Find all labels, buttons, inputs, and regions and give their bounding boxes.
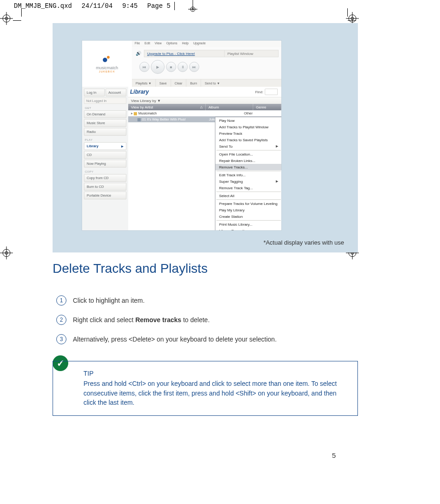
sidebar-portable[interactable]: Portable Device (84, 192, 126, 199)
crop-mark (13, 20, 21, 21)
stop-button[interactable]: ■ (166, 62, 176, 72)
upgrade-banner[interactable]: Upgrade to Plus - Click Here! (144, 50, 233, 57)
context-menu-item[interactable]: Print Music Library... (215, 221, 281, 228)
playlist-toolbar: Playlists ▼ Save Clear Burn Send to ▼ (132, 79, 281, 87)
registration-mark (0, 246, 11, 258)
artist-icon (134, 112, 137, 115)
app-logo: ●● musicmatch JUKEBOX (82, 41, 132, 87)
step-text: Right click and select Remove tracks to … (73, 316, 210, 324)
context-menu-item[interactable]: Repair Broken Links... (215, 157, 281, 164)
context-menu-item[interactable]: Play My Library (215, 207, 281, 213)
expand-icon[interactable]: ▸ (131, 111, 133, 115)
sidebar-cd[interactable]: CD (84, 151, 126, 159)
sidebar-nowplaying[interactable]: Now Playing (84, 160, 126, 168)
step-text: Alternatively, press <Delete> on your ke… (73, 335, 277, 344)
registration-mark (0, 12, 11, 23)
logo-subtext: JUKEBOX (99, 70, 115, 73)
step-2: 2 Right click and select Remove tracks t… (56, 316, 351, 325)
clear-button[interactable]: Clear (171, 79, 187, 87)
step-1: 1 Click to highlight an item. (56, 296, 351, 306)
display-note: *Actual display varies with use (263, 239, 344, 246)
account-button[interactable]: Account (106, 89, 126, 96)
slug-date: 24/11/04 (82, 2, 113, 10)
transport-controls: ⏮ ▶ ■ ⏸ ⏭ (139, 60, 199, 74)
context-menu-item[interactable]: Create Station (215, 213, 281, 220)
table-row[interactable]: ▸Musicmatch Other (128, 110, 281, 116)
sidebar-radio[interactable]: Radio (84, 128, 126, 136)
slug-time: 9:45 (122, 2, 138, 10)
library-main: Library Find: View Library by ▼ View by … (128, 87, 281, 230)
volume-icon[interactable]: 🔊 (136, 51, 141, 56)
print-slug: DM_MMJB_ENG.qxd 24/11/04 9:45 Page 5 (14, 2, 175, 10)
col-album[interactable]: Album (206, 104, 253, 110)
pause-button[interactable]: ⏸ (178, 62, 188, 72)
column-headers: View by Artist△ Album Genre (128, 104, 281, 110)
library-tab[interactable]: Library (130, 87, 149, 97)
playlist-window-label: Playlist Window (224, 50, 279, 57)
context-menu-item[interactable]: Library Properties... (215, 228, 281, 230)
context-menu-item[interactable]: Select All (215, 192, 281, 199)
step-number: 3 (56, 334, 66, 344)
tip-box: TIP Press and hold <Ctrl> on your keyboa… (53, 361, 358, 416)
context-menu-item[interactable]: Add Tracks to Saved Playlists (215, 137, 281, 143)
crop-mark (348, 20, 356, 21)
context-menu-item[interactable]: Super Tagging▶ (215, 178, 281, 185)
crop-mark (21, 8, 22, 17)
step-3: 3 Alternatively, press <Delete> on your … (56, 335, 351, 344)
sidebar-musicstore[interactable]: Music Store (84, 119, 126, 127)
burn-button[interactable]: Burn (186, 79, 201, 87)
chevron-right-icon: ▶ (276, 144, 278, 148)
logo-text: musicmatch (96, 66, 118, 70)
context-menu: Play NowAdd Tracks to Playlist WindowPre… (215, 117, 281, 230)
context-menu-item[interactable]: Remove Tracks... (215, 164, 281, 170)
top-crop-mark (188, 0, 197, 14)
sidebar-copyfromcd[interactable]: Copy from CD (84, 174, 126, 182)
slug-file: DM_MMJB_ENG.qxd (14, 2, 72, 10)
context-menu-item[interactable]: Send To▶ (215, 143, 281, 150)
find-input[interactable] (265, 89, 278, 95)
track-icon (137, 118, 141, 121)
col-artist[interactable]: View by Artist△ (128, 104, 206, 110)
sendto-dropdown[interactable]: Send to ▼ (201, 79, 224, 87)
player-area: 🔊 Upgrade to Plus - Click Here! Playlist… (132, 47, 281, 87)
sidebar-ondemand[interactable]: On Demand (84, 110, 126, 118)
next-button[interactable]: ⏭ (189, 62, 199, 72)
tip-body: Press and hold <Ctrl> on your keyboard a… (83, 380, 337, 406)
page-heading: Delete Tracks and Playlists (53, 261, 208, 276)
step-number: 1 (56, 295, 66, 306)
tip-title: TIP (83, 369, 349, 378)
sidebar-library[interactable]: Library▶ (84, 142, 126, 150)
chevron-right-icon: ▶ (276, 180, 278, 183)
context-menu-item[interactable]: Play Now (215, 117, 281, 124)
section-play: PLAY (85, 138, 126, 141)
play-button[interactable]: ▶ (151, 60, 165, 74)
col-genre[interactable]: Genre (253, 104, 281, 110)
context-menu-item[interactable]: Prepare Tracks for Volume Leveling (215, 200, 281, 207)
steps-list: 1 Click to highlight an item. 2 Right cl… (56, 286, 351, 344)
app-screenshot: ●● musicmatch JUKEBOX File Edit View Opt… (82, 41, 281, 230)
find-area: Find: (255, 89, 278, 95)
context-menu-item[interactable]: Add Tracks to Playlist Window (215, 124, 281, 130)
context-menu-item[interactable]: Edit Track Info... (215, 172, 281, 178)
logo-icon: ●● (102, 54, 112, 65)
context-menu-item[interactable]: Remove Track Tag... (215, 185, 281, 191)
manual-page: DM_MMJB_ENG.qxd 24/11/04 9:45 Page 5 ●● … (0, 0, 440, 504)
prev-button[interactable]: ⏮ (139, 62, 149, 72)
find-label: Find: (255, 90, 263, 94)
crop-mark (347, 8, 348, 17)
context-menu-item[interactable]: Open File Location... (215, 151, 281, 157)
save-button[interactable]: Save (156, 79, 171, 87)
context-menu-item[interactable]: Preview Track (215, 130, 281, 137)
page-number: 5 (332, 451, 336, 459)
chevron-right-icon: ▶ (121, 144, 124, 148)
step-text: Click to highlight an item. (73, 296, 145, 305)
login-button[interactable]: Log In (84, 89, 105, 96)
slug-page: Page 5 (147, 2, 170, 10)
step-number: 2 (56, 315, 66, 325)
playlists-dropdown[interactable]: Playlists ▼ (132, 79, 156, 87)
sidebar: Log In Account Not Logged In GET On Dema… (84, 89, 126, 200)
screenshot-panel: ●● musicmatch JUKEBOX File Edit View Opt… (53, 23, 358, 252)
login-status: Not Logged In (84, 97, 126, 104)
section-copy: COPY (85, 170, 126, 173)
sidebar-burntocd[interactable]: Burn to CD (84, 183, 126, 191)
